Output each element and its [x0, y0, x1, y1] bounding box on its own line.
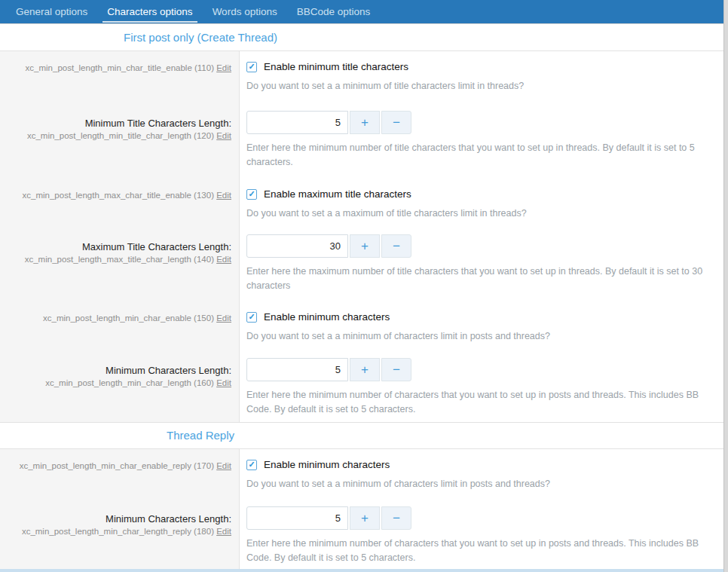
setting-row: xc_min_post_length_min_char_title_enable…: [0, 51, 723, 109]
edit-link[interactable]: Edit: [216, 131, 231, 140]
checkbox[interactable]: ✓: [246, 460, 257, 470]
tab-label: Words options: [213, 6, 277, 17]
edit-link[interactable]: Edit: [216, 314, 231, 323]
option-control-cell: ✓ Enable minimum title characters Do you…: [240, 51, 723, 109]
checkbox-line: ✓ Enable maximum title characters: [246, 188, 716, 200]
checkbox-label: Enable maximum title characters: [264, 188, 411, 200]
option-description: Do you want to set a a minimum of title …: [246, 79, 716, 93]
option-title: Minimum Characters Length:: [0, 512, 231, 525]
option-description: Do you want to set a a minimum of charac…: [246, 477, 716, 491]
number-input[interactable]: [246, 111, 348, 134]
checkmark-icon: ✓: [248, 460, 255, 469]
option-label-cell: Minimum Characters Length: xc_min_post_l…: [0, 505, 240, 569]
option-description: Enter here the maximum number of title c…: [246, 265, 716, 293]
option-description: Do you want to set a a maximum of title …: [246, 206, 716, 221]
tab-label: BBCode options: [297, 6, 371, 17]
option-meta: xc_min_post_length_min_char_length_reply…: [0, 525, 231, 537]
tab-label: General options: [16, 6, 87, 17]
option-id: xc_min_post_length_max_title_char_length…: [25, 255, 214, 264]
number-input[interactable]: [246, 234, 348, 258]
option-title: Minimum Characters Length:: [0, 364, 231, 377]
setting-row: Minimum Title Characters Length: xc_min_…: [0, 109, 723, 179]
checkmark-icon: ✓: [248, 313, 255, 321]
number-spinner: + −: [246, 506, 716, 530]
edit-link[interactable]: Edit: [216, 378, 231, 387]
option-control-cell: + − Enter here the maximum number of tit…: [240, 233, 723, 301]
option-id: xc_min_post_length_min_title_char_length…: [27, 131, 214, 140]
option-control-cell: + − Enter here the minimum number of cha…: [240, 505, 723, 569]
decrement-button[interactable]: −: [381, 234, 411, 258]
tab[interactable]: General options: [6, 0, 97, 23]
option-label-cell: xc_min_post_length_min_char_title_enable…: [0, 51, 240, 109]
option-meta: xc_min_post_length_min_title_char_length…: [0, 130, 231, 142]
tab-label: Characters options: [107, 6, 192, 17]
tab[interactable]: BBCode options: [287, 0, 381, 23]
number-spinner: + −: [246, 111, 716, 134]
edit-link[interactable]: Edit: [216, 63, 231, 72]
checkmark-icon: ✓: [248, 190, 255, 198]
option-title: Minimum Title Characters Length:: [0, 117, 231, 130]
setting-row: xc_min_post_length_min_char_enable_reply…: [0, 449, 723, 505]
option-description: Do you want to set a a minimum of charac…: [246, 329, 716, 344]
checkmark-icon: ✓: [248, 63, 255, 71]
number-spinner: + −: [246, 234, 716, 258]
decrement-button[interactable]: −: [381, 111, 411, 134]
section-title: First post only (Create Thread): [124, 31, 277, 44]
increment-button[interactable]: +: [350, 234, 380, 258]
setting-row: xc_min_post_length_max_char_title_enable…: [0, 179, 723, 233]
section-header: First post only (Create Thread): [0, 24, 723, 51]
option-id: xc_min_post_length_min_char_title_enable…: [26, 63, 214, 72]
setting-row: Minimum Characters Length: xc_min_post_l…: [0, 505, 723, 569]
section-header: Thread Reply: [0, 422, 723, 449]
checkbox-label: Enable minimum title characters: [264, 61, 408, 72]
section-title: Thread Reply: [167, 429, 234, 442]
edit-link[interactable]: Edit: [216, 461, 231, 470]
option-meta: xc_min_post_length_min_char_title_enable…: [0, 62, 231, 74]
option-description: Enter here the minimum number of charact…: [246, 537, 716, 565]
checkbox-line: ✓ Enable minimum characters: [246, 459, 716, 470]
checkbox[interactable]: ✓: [246, 189, 257, 200]
option-id: xc_min_post_length_min_char_enable (150): [43, 314, 214, 323]
option-description: Enter here the minimum number of title c…: [246, 141, 716, 170]
option-id: xc_min_post_length_min_char_length (160): [45, 378, 214, 387]
option-control-cell: + − Enter here the minimum number of tit…: [240, 109, 723, 179]
checkbox[interactable]: ✓: [246, 312, 257, 323]
increment-button[interactable]: +: [350, 358, 380, 381]
option-id: xc_min_post_length_min_char_enable_reply…: [20, 461, 214, 470]
tab[interactable]: Characters options: [97, 0, 202, 23]
option-meta: xc_min_post_length_min_char_length (160)…: [0, 377, 231, 389]
section-title-wrap: Thread Reply: [0, 429, 401, 442]
option-meta: xc_min_post_length_min_char_enable_reply…: [0, 460, 231, 472]
option-id: xc_min_post_length_max_char_title_enable…: [23, 191, 214, 200]
increment-button[interactable]: +: [350, 506, 380, 530]
checkbox[interactable]: ✓: [246, 62, 257, 72]
checkbox-label: Enable minimum characters: [264, 311, 390, 323]
number-input[interactable]: [246, 358, 348, 381]
increment-button[interactable]: +: [350, 111, 380, 134]
option-id: xc_min_post_length_min_char_length_reply…: [22, 527, 214, 536]
scrollbar-track[interactable]: [723, 0, 728, 572]
option-meta: xc_min_post_length_min_char_enable (150)…: [0, 312, 231, 324]
option-control-cell: ✓ Enable minimum characters Do you want …: [240, 301, 723, 356]
checkbox-line: ✓ Enable minimum characters: [246, 311, 716, 323]
number-input[interactable]: [246, 506, 348, 530]
option-label-cell: Minimum Title Characters Length: xc_min_…: [0, 109, 240, 179]
edit-link[interactable]: Edit: [216, 527, 231, 536]
option-label-cell: Maximum Title Characters Length: xc_min_…: [0, 233, 240, 301]
option-label-cell: xc_min_post_length_max_char_title_enable…: [0, 179, 240, 233]
edit-link[interactable]: Edit: [216, 255, 231, 264]
option-control-cell: + − Enter here the minimum number of cha…: [240, 356, 723, 422]
checkbox-label: Enable minimum characters: [264, 459, 390, 470]
option-description: Enter here the minimum number of charact…: [246, 388, 716, 417]
tab[interactable]: Words options: [203, 0, 287, 23]
edit-link[interactable]: Edit: [216, 191, 231, 200]
option-label-cell: xc_min_post_length_min_char_enable (150)…: [0, 301, 240, 356]
tab-bar: General options Characters options Words…: [0, 0, 728, 24]
decrement-button[interactable]: −: [381, 358, 411, 381]
option-label-cell: Minimum Characters Length: xc_min_post_l…: [0, 356, 240, 422]
options-form: First post only (Create Thread) xc_min_p…: [0, 24, 723, 569]
option-control-cell: ✓ Enable maximum title characters Do you…: [240, 179, 723, 233]
option-meta: xc_min_post_length_max_char_title_enable…: [0, 189, 231, 201]
setting-row: Maximum Title Characters Length: xc_min_…: [0, 233, 723, 301]
decrement-button[interactable]: −: [381, 506, 411, 530]
